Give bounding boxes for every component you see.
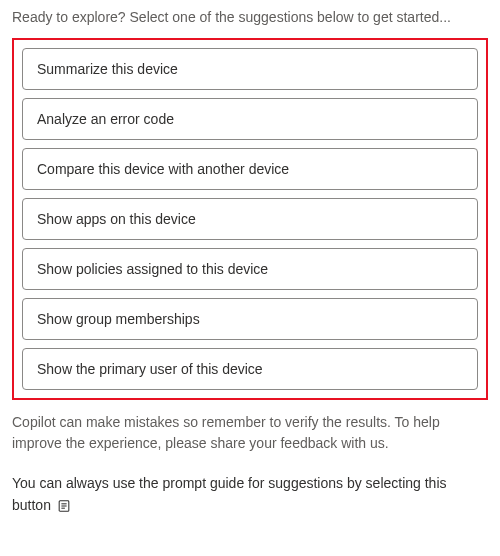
- suggestion-show-groups[interactable]: Show group memberships: [22, 298, 478, 340]
- prompt-guide-icon: [57, 499, 71, 513]
- suggestion-show-apps[interactable]: Show apps on this device: [22, 198, 478, 240]
- suggestions-container: Summarize this device Analyze an error c…: [12, 38, 488, 400]
- prompt-guide-text: You can always use the prompt guide for …: [12, 472, 488, 517]
- suggestion-summarize-device[interactable]: Summarize this device: [22, 48, 478, 90]
- suggestion-show-primary-user[interactable]: Show the primary user of this device: [22, 348, 478, 390]
- suggestion-analyze-error[interactable]: Analyze an error code: [22, 98, 478, 140]
- prompt-guide-label: You can always use the prompt guide for …: [12, 475, 447, 513]
- disclaimer-text: Copilot can make mistakes so remember to…: [12, 412, 488, 454]
- suggestion-show-policies[interactable]: Show policies assigned to this device: [22, 248, 478, 290]
- suggestion-compare-device[interactable]: Compare this device with another device: [22, 148, 478, 190]
- intro-text: Ready to explore? Select one of the sugg…: [12, 8, 488, 28]
